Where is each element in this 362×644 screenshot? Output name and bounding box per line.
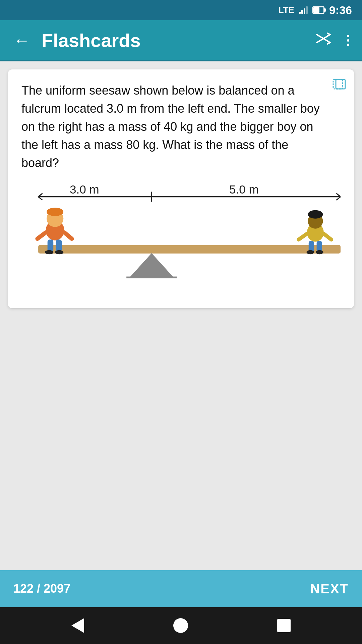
svg-rect-15 (56, 239, 62, 251)
svg-point-26 (316, 250, 323, 255)
status-bar: LTE 9:36 (0, 0, 362, 20)
more-options-icon[interactable] (344, 30, 352, 50)
main-content: The uniform seesaw shown below is balanc… (0, 61, 362, 570)
signal-icon (299, 6, 308, 14)
svg-rect-3 (336, 79, 345, 89)
flashcard[interactable]: The uniform seesaw shown below is balanc… (8, 69, 354, 308)
svg-line-27 (299, 234, 307, 240)
svg-rect-2 (333, 79, 343, 89)
back-button[interactable]: ← (10, 29, 34, 52)
svg-point-25 (307, 250, 314, 255)
svg-rect-14 (48, 239, 54, 251)
svg-line-18 (38, 232, 46, 239)
app-title: Flashcards (42, 30, 305, 51)
card-layers-icon (331, 76, 347, 92)
seesaw-diagram: 3.0 m 5.0 m (21, 184, 341, 295)
svg-text:5.0 m: 5.0 m (229, 184, 259, 196)
svg-point-16 (45, 250, 53, 255)
nav-recents-button[interactable] (277, 619, 291, 632)
svg-line-28 (324, 234, 331, 240)
app-bar: ← Flashcards (0, 20, 362, 60)
bottom-bar: 122 / 2097 NEXT (0, 570, 362, 607)
app-bar-actions (313, 28, 352, 53)
svg-marker-9 (131, 254, 173, 277)
svg-line-19 (64, 232, 72, 239)
shuffle-icon[interactable] (313, 28, 334, 53)
svg-text:3.0 m: 3.0 m (70, 184, 99, 196)
svg-rect-8 (38, 245, 341, 254)
lte-label: LTE (279, 5, 294, 15)
card-counter: 122 / 2097 (13, 582, 70, 596)
battery-icon (312, 6, 324, 14)
svg-point-13 (47, 208, 63, 216)
svg-rect-23 (309, 241, 314, 252)
nav-back-button[interactable] (71, 618, 84, 633)
svg-point-17 (55, 250, 63, 255)
status-time: 9:36 (329, 4, 352, 17)
nav-home-button[interactable] (173, 618, 188, 633)
svg-point-22 (308, 210, 323, 219)
status-icons: LTE 9:36 (279, 4, 352, 17)
question-text: The uniform seesaw shown below is balanc… (21, 82, 341, 172)
nav-bar (0, 607, 362, 644)
next-button[interactable]: NEXT (310, 581, 349, 596)
